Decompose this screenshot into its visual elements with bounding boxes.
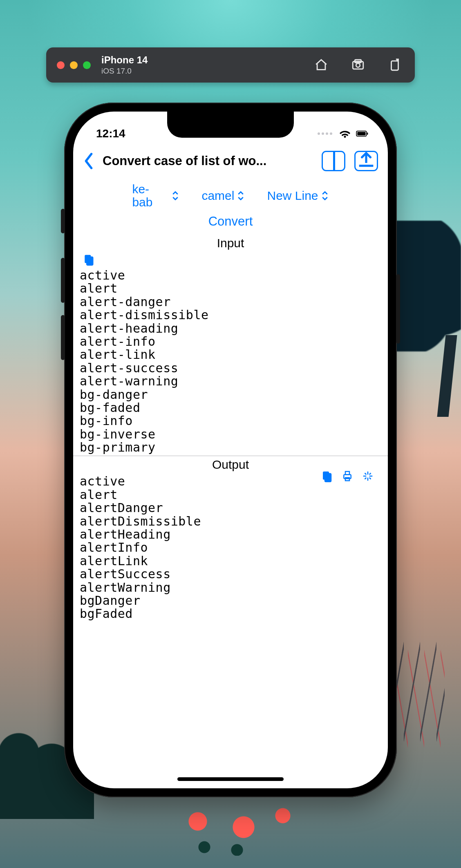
window-traffic-lights bbox=[57, 61, 91, 69]
device-volume-up bbox=[61, 258, 65, 303]
chevron-left-icon bbox=[83, 153, 94, 169]
convert-button[interactable]: Convert bbox=[208, 214, 253, 228]
simulator-screenshot-button[interactable] bbox=[349, 56, 367, 74]
paste-icon[interactable] bbox=[82, 253, 94, 266]
svg-rect-12 bbox=[325, 474, 331, 482]
controls-row: ke-bab camel New Line bbox=[73, 179, 388, 210]
from-case-picker[interactable]: ke-bab bbox=[132, 183, 179, 208]
svg-rect-5 bbox=[357, 132, 365, 136]
chevron-updown-icon bbox=[322, 191, 329, 200]
battery-icon bbox=[356, 128, 368, 140]
input-section-header: Input bbox=[73, 235, 388, 253]
home-indicator[interactable] bbox=[177, 777, 284, 781]
copy-icon[interactable] bbox=[321, 470, 333, 482]
device-screen: 12:14 Convert case of list of wo... k bbox=[73, 112, 388, 788]
chevron-updown-icon bbox=[237, 191, 245, 200]
simulator-home-button[interactable] bbox=[312, 56, 331, 74]
status-extra-dots bbox=[318, 132, 332, 135]
svg-rect-6 bbox=[367, 132, 368, 134]
input-text-area[interactable]: active alert alert-danger alert-dismissi… bbox=[73, 269, 388, 454]
to-case-picker[interactable]: camel bbox=[201, 189, 245, 202]
sparkle-icon[interactable] bbox=[362, 470, 374, 482]
svg-rect-9 bbox=[87, 257, 93, 265]
chevron-updown-icon bbox=[172, 191, 179, 200]
simulator-title: iPhone 14 iOS 17.0 bbox=[101, 54, 148, 75]
output-text-area[interactable]: active alert alertDanger alertDismissibl… bbox=[73, 475, 388, 620]
home-icon bbox=[314, 58, 328, 72]
iphone-device-frame: 12:14 Convert case of list of wo... k bbox=[64, 103, 397, 797]
device-silent-switch bbox=[61, 209, 65, 233]
simulator-device-name: iPhone 14 bbox=[101, 54, 148, 66]
from-case-label: ke-bab bbox=[132, 183, 169, 208]
status-time: 12:14 bbox=[96, 127, 125, 140]
close-window-button[interactable] bbox=[57, 61, 65, 69]
wallpaper-flowers bbox=[172, 799, 302, 856]
share-button[interactable] bbox=[354, 151, 378, 171]
separator-picker[interactable]: New Line bbox=[267, 189, 329, 202]
device-volume-down bbox=[61, 315, 65, 360]
back-button[interactable] bbox=[81, 152, 97, 170]
zoom-window-button[interactable] bbox=[83, 61, 91, 69]
device-side-button bbox=[396, 274, 400, 344]
camera-icon bbox=[351, 58, 365, 72]
simulator-titlebar: iPhone 14 iOS 17.0 bbox=[46, 47, 415, 83]
simulator-os-version: iOS 17.0 bbox=[101, 67, 148, 76]
separator-label: New Line bbox=[267, 189, 318, 202]
to-case-label: camel bbox=[201, 189, 234, 202]
page-title: Convert case of list of wo... bbox=[103, 154, 313, 168]
wifi-icon bbox=[339, 128, 351, 140]
divider bbox=[73, 456, 388, 456]
printer-icon[interactable] bbox=[341, 470, 354, 482]
svg-point-2 bbox=[356, 63, 360, 67]
minimize-window-button[interactable] bbox=[70, 61, 78, 69]
share-up-icon bbox=[356, 152, 377, 170]
toggle-sidebar-button[interactable] bbox=[322, 151, 345, 171]
navigation-bar: Convert case of list of wo... bbox=[73, 148, 388, 179]
device-notch bbox=[167, 112, 294, 138]
simulator-rotate-button[interactable] bbox=[385, 56, 404, 74]
rotate-icon bbox=[388, 58, 402, 72]
svg-rect-14 bbox=[345, 472, 349, 475]
split-icon bbox=[333, 152, 335, 170]
svg-rect-3 bbox=[392, 61, 398, 70]
